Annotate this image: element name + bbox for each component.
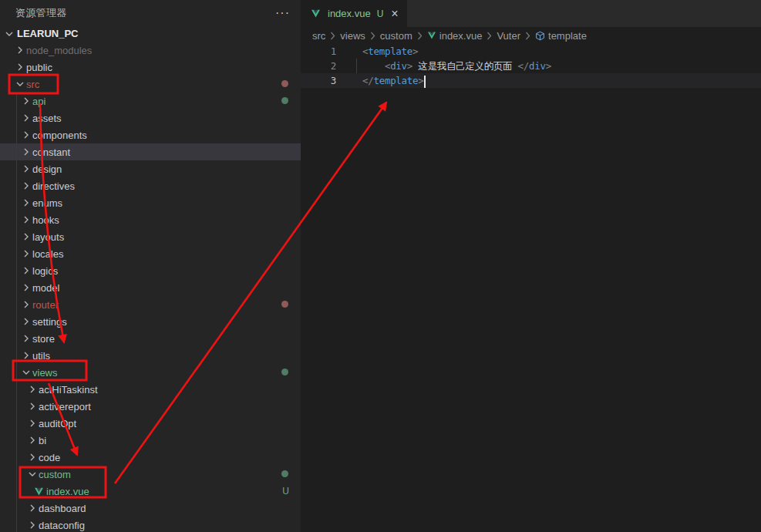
code-line: 3</template> <box>301 73 761 88</box>
breadcrumb-item-index.vue[interactable]: index.vue <box>427 30 483 42</box>
vue-file-icon <box>32 487 45 497</box>
code-token: > <box>546 60 551 72</box>
breadcrumb-item-custom[interactable]: custom <box>380 30 412 42</box>
tree-item-label: activereport <box>39 401 91 412</box>
breadcrumb: srcviewscustomindex.vueVutertemplate <box>301 27 761 44</box>
tree-item-bi[interactable]: bi <box>0 432 301 449</box>
tree-item-dataconfig[interactable]: dataconfig <box>0 517 301 532</box>
breadcrumb-separator-icon <box>369 32 376 40</box>
tree-item-label: code <box>39 452 60 463</box>
breadcrumb-item-template[interactable]: template <box>535 30 587 42</box>
tree-item-layouts[interactable]: layouts <box>0 228 301 245</box>
code-token: 这是我自己定义的页面 <box>412 60 517 72</box>
chevron-right-icon <box>26 402 39 410</box>
tree-item-public[interactable]: public <box>0 59 301 76</box>
breadcrumb-separator-icon <box>329 32 336 40</box>
tree-item-label: views <box>32 367 58 379</box>
vue-icon <box>309 8 322 19</box>
tree-item-label: directives <box>32 180 75 192</box>
git-modified-dot <box>281 80 288 87</box>
tree-item-router[interactable]: router <box>0 296 301 313</box>
chevron-down-icon <box>26 470 39 478</box>
chevron-right-icon <box>20 250 32 258</box>
breadcrumb-label: Vuter <box>497 30 520 42</box>
code-token: > <box>418 75 423 86</box>
explorer-header: 资源管理器 ··· <box>0 0 301 25</box>
git-untracked-badge: U <box>282 486 289 497</box>
tree-item-settings[interactable]: settings <box>0 313 301 330</box>
chevron-right-icon <box>20 318 32 325</box>
code-editor[interactable]: 1<template>2 <div> 这是我自己定义的页面 </div>3</t… <box>301 44 761 88</box>
tree-item-auditOpt[interactable]: auditOpt <box>0 415 301 432</box>
tree-item-src[interactable]: src <box>0 76 301 93</box>
code-token: </ <box>362 75 373 86</box>
tree-item-node_modules[interactable]: node_modules <box>0 42 301 59</box>
tree-item-label: design <box>32 163 62 175</box>
line-number: 1 <box>301 44 336 59</box>
tree-item-custom[interactable]: custom <box>0 466 301 483</box>
code-line: 2 <div> 这是我自己定义的页面 </div> <box>301 59 761 73</box>
code-token: template <box>368 45 412 57</box>
tree-item-label: src <box>26 79 39 90</box>
text-cursor <box>424 76 426 88</box>
tree-item-design[interactable]: design <box>0 160 301 177</box>
chevron-right-icon <box>26 453 39 461</box>
more-actions-icon[interactable]: ··· <box>275 9 290 17</box>
tree-item-components[interactable]: components <box>0 126 301 143</box>
breadcrumb-separator-icon <box>524 32 531 40</box>
breadcrumb-item-views[interactable]: views <box>340 30 365 42</box>
tab-index-vue[interactable]: index.vue U × <box>301 0 407 27</box>
tree-item-hooks[interactable]: hooks <box>0 211 301 228</box>
tree-item-store[interactable]: store <box>0 330 301 347</box>
tree-item-dashboard[interactable]: dashboard <box>0 500 301 517</box>
tree-item-utils[interactable]: utils <box>0 347 301 364</box>
breadcrumb-separator-icon <box>486 32 493 40</box>
git-untracked-dot <box>281 97 288 104</box>
tab-filename: index.vue <box>328 8 371 19</box>
chevron-down-icon <box>20 369 32 376</box>
tree-item-label: logics <box>32 265 58 277</box>
tree-item-index.vue[interactable]: index.vueU <box>0 483 301 500</box>
tree-item-label: utils <box>32 350 50 362</box>
breadcrumb-item-src[interactable]: src <box>312 30 325 42</box>
breadcrumb-separator-icon <box>416 32 423 40</box>
chevron-right-icon <box>20 233 32 241</box>
tree-item-locales[interactable]: locales <box>0 245 301 262</box>
code-token: </ <box>518 60 529 72</box>
chevron-right-icon <box>20 165 32 173</box>
tree-item-label: locales <box>32 248 63 260</box>
breadcrumb-item-Vuter[interactable]: Vuter <box>497 30 520 42</box>
tree-item-views[interactable]: views <box>0 364 301 381</box>
file-tree: node_modulespublicsrcapiassetscomponents… <box>0 42 301 532</box>
tree-item-label: model <box>32 282 59 294</box>
close-icon[interactable]: × <box>391 9 398 19</box>
tree-item-constant[interactable]: constant <box>0 143 301 160</box>
chevron-right-icon <box>20 267 32 274</box>
tree-item-api[interactable]: api <box>0 93 301 109</box>
chevron-right-icon <box>20 97 32 105</box>
tree-item-model[interactable]: model <box>0 279 301 296</box>
tree-indent-guide <box>16 93 17 532</box>
chevron-down-icon <box>3 30 15 38</box>
git-untracked-badge: U <box>377 8 384 19</box>
editor-indent-guide <box>356 59 357 73</box>
project-section-header[interactable]: LEARUN_PC <box>0 25 301 42</box>
tree-item-label: store <box>32 333 55 345</box>
tree-item-directives[interactable]: directives <box>0 177 301 194</box>
tree-item-label: assets <box>32 113 62 124</box>
tree-item-actHiTaskinst[interactable]: actHiTaskinst <box>0 381 301 398</box>
tree-item-code[interactable]: code <box>0 449 301 466</box>
chevron-right-icon <box>14 63 26 71</box>
git-untracked-dot <box>281 470 288 477</box>
code-token: > <box>407 60 412 72</box>
tree-item-enums[interactable]: enums <box>0 194 301 211</box>
tree-item-label: hooks <box>32 214 59 226</box>
tree-item-label: components <box>32 130 87 141</box>
chevron-right-icon <box>20 199 32 207</box>
tree-item-activereport[interactable]: activereport <box>0 398 301 415</box>
tree-item-label: constant <box>32 146 70 158</box>
tree-item-logics[interactable]: logics <box>0 262 301 279</box>
tree-item-assets[interactable]: assets <box>0 109 301 126</box>
breadcrumb-label: index.vue <box>439 30 483 42</box>
code-token <box>362 60 385 72</box>
